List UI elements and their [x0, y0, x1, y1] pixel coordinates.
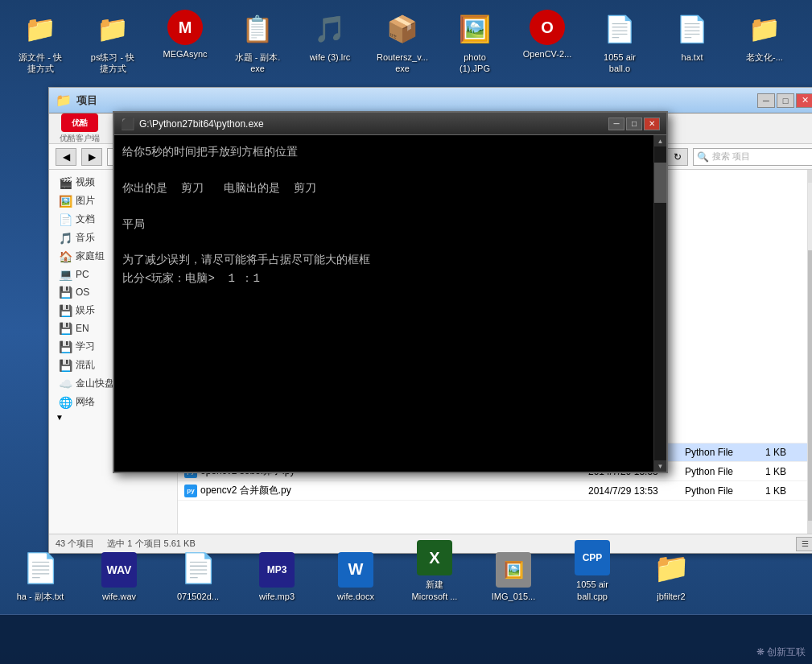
terminal-line-5: 平局: [122, 216, 645, 233]
desktop-icon-ha-txt[interactable]: 📄 ha.txt: [660, 6, 724, 78]
icon-label: wife.mp3: [259, 591, 295, 602]
desktop-icon-ps[interactable]: 📁 ps练习 - 快捷方式: [80, 6, 145, 78]
desktop-icon-routersz[interactable]: 📦 Routersz_v...exe: [370, 6, 435, 78]
file-date-cell: 2014/7/29 13:53: [582, 481, 678, 500]
file-size-cell: 1 KB: [759, 443, 807, 461]
maximize-button[interactable]: □: [777, 93, 794, 108]
wav-icon: WAV: [101, 552, 137, 588]
music-icon: 🎵: [59, 232, 72, 245]
video-icon: 🎬: [59, 176, 72, 189]
terminal-close-btn[interactable]: ✕: [644, 118, 660, 130]
youku-sidebar: 优酷 优酷客户端: [56, 113, 104, 143]
terminal-scroll-down[interactable]: ▼: [654, 460, 666, 472]
terminal-line-2: [122, 161, 645, 179]
icon-label: ha.txt: [682, 52, 703, 63]
terminal-maximize-btn[interactable]: □: [626, 118, 642, 130]
explorer-titlebar: 📁 项目 ─ □ ✕: [49, 88, 812, 113]
terminal-line-4: [122, 197, 645, 215]
terminal-minimize-btn[interactable]: ─: [608, 118, 624, 130]
folder-icon: 📁: [93, 10, 132, 48]
icon-label: 新建Microsoft ...: [412, 579, 458, 602]
desktop-icon-img015[interactable]: 🖼️ IMG_015...: [481, 549, 546, 605]
icon-label: 老文化-...: [746, 52, 783, 63]
minimize-button[interactable]: ─: [757, 93, 775, 108]
network-icon: 🌐: [59, 396, 72, 409]
desktop-icon-watermark[interactable]: 📋 水题 - 副本.exe: [225, 6, 290, 78]
scrollbar-right[interactable]: ▲ ▼: [807, 170, 812, 534]
icon-label: IMG_015...: [492, 591, 535, 602]
youku-label[interactable]: 优酷客户端: [60, 134, 100, 143]
table-row[interactable]: py opencv2 合并颜色.py 2014/7/29 13:53 Pytho…: [178, 481, 807, 501]
file-type-cell: Python File: [678, 443, 759, 461]
terminal-scrollbar[interactable]: ▲ ▼: [653, 135, 666, 472]
docs-icon: 📄: [59, 213, 72, 226]
forward-button[interactable]: ▶: [81, 148, 102, 166]
word-icon: W: [338, 552, 373, 588]
terminal-line-3: 你出的是 剪刀 电脑出的是 剪刀: [122, 179, 645, 197]
youku-logo[interactable]: 优酷: [61, 113, 98, 132]
terminal-line-8: 比分<玩家：电脑> 1 ：1: [122, 270, 645, 287]
icon-label: jbfilter2: [657, 591, 685, 602]
scroll-track: [808, 183, 812, 521]
archive-icon: 📦: [383, 10, 422, 48]
explorer-title: 项目: [76, 93, 97, 108]
desktop-icon-ha-bencao[interactable]: 📄 ha - 副本.txt: [8, 546, 72, 605]
scroll-thumb[interactable]: [808, 250, 812, 521]
terminal-controls: ─ □ ✕: [608, 118, 660, 130]
explorer-controls: ─ □ ✕: [757, 93, 812, 108]
terminal-scroll-up[interactable]: ▲: [654, 135, 666, 146]
mixed-icon: 💾: [59, 359, 72, 372]
brand-logo: ❋ 创新互联: [756, 645, 806, 659]
folder-icon: 📁: [745, 10, 784, 48]
file-icon: 📋: [238, 10, 277, 48]
desktop-icon-airball-cpp[interactable]: CPP 1055 airball.cpp: [560, 537, 624, 605]
terminal-scroll-thumb[interactable]: [654, 163, 666, 203]
icon-label: 源文件 - 快捷方式: [19, 52, 62, 75]
icon-label: 1055 airball.cpp: [576, 579, 608, 602]
desktop-icon-071502[interactable]: 📄 071502d...: [166, 546, 230, 605]
game-icon: 💾: [59, 304, 72, 317]
mp3-icon: MP3: [259, 552, 295, 588]
brand-text: ❋ 创新互联: [756, 646, 806, 658]
pictures-icon: 🖼️: [59, 195, 72, 208]
desktop-icon-source-files[interactable]: 📁 源文件 - 快捷方式: [8, 6, 72, 78]
desktop-icon-airball[interactable]: 📄 1055 airball.o: [587, 6, 652, 78]
terminal-icon: ⬛: [121, 118, 134, 130]
search-box[interactable]: 🔍 搜索 项目: [693, 148, 812, 166]
desktop-icon-jbfilter2[interactable]: 📁 jbfilter2: [639, 546, 703, 605]
excel-icon: X: [417, 540, 452, 575]
folder-icon: 📁: [21, 10, 60, 48]
file-name-cell: py opencv2 合并颜色.py: [178, 481, 582, 500]
python-file-icon: py: [184, 485, 197, 497]
file-size-cell: 1 KB: [759, 462, 807, 480]
drive2-icon: 💾: [59, 322, 72, 335]
desktop-icon-culture[interactable]: 📁 老文化-...: [732, 6, 797, 78]
desktop-icon-photo[interactable]: 🖼️ photo(1).JPG: [443, 6, 507, 78]
desktop-icon-wife-docx[interactable]: W wife.docx: [324, 549, 388, 605]
refresh-button[interactable]: ↻: [667, 148, 688, 166]
computer-icon: 💻: [59, 268, 72, 281]
taskbar: [0, 614, 812, 664]
desktop-icon-megasync[interactable]: M MEGAsync: [153, 6, 217, 78]
home-icon: 🏠: [59, 250, 72, 263]
desktop-icon-opencv[interactable]: O OpenCV-2...: [515, 6, 579, 78]
file-type-cell: Python File: [678, 481, 759, 500]
icon-label: 1055 airball.o: [604, 52, 636, 75]
desktop-icon-new-excel[interactable]: X 新建Microsoft ...: [402, 537, 467, 605]
text-file-icon: 📄: [673, 10, 711, 48]
scroll-up-btn[interactable]: ▲: [808, 170, 812, 183]
cpp-icon: CPP: [575, 540, 610, 575]
python-terminal-window: ⬛ G:\Python27bit64\python.exe ─ □ ✕ 给你5秒…: [113, 111, 668, 473]
icon-label: wife.wav: [102, 591, 136, 602]
back-button[interactable]: ◀: [56, 148, 76, 166]
close-button[interactable]: ✕: [796, 93, 812, 108]
desktop-icon-wife-wav[interactable]: WAV wife.wav: [87, 549, 151, 605]
desktop-icon-wife-mp3[interactable]: MP3 wife.mp3: [245, 549, 309, 605]
icon-label: ha - 副本.txt: [17, 591, 64, 602]
file-icon: 📄: [600, 10, 639, 48]
terminal-line-7: 为了减少误判，请尽可能将手占据尽可能大的框框: [122, 251, 645, 269]
desktop-icon-wife-lrc[interactable]: 🎵 wife (3).lrc: [298, 6, 362, 78]
file-size-cell: 1 KB: [759, 481, 807, 500]
icon-label: OpenCV-2...: [523, 48, 572, 60]
opencv-icon: O: [530, 10, 565, 45]
